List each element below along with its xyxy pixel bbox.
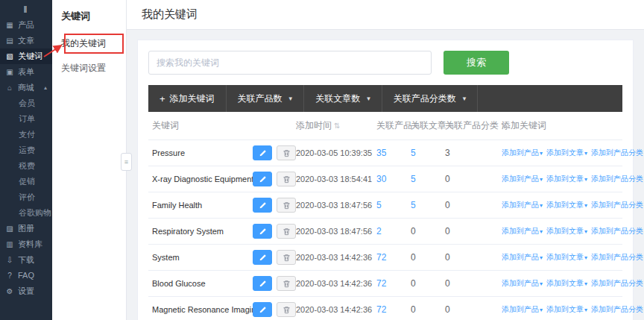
- chevron-down-icon: ▾: [540, 150, 543, 157]
- albums-icon: ▨: [5, 224, 14, 233]
- add-to-product-link[interactable]: 添加到产品▾: [502, 201, 543, 209]
- delete-button[interactable]: [277, 172, 296, 186]
- sidebar-item-albums[interactable]: ▨图册: [0, 221, 52, 236]
- chevron-down-icon: ▾: [540, 254, 543, 261]
- add-keyword-button[interactable]: + 添加关键词: [148, 85, 227, 112]
- sidebar-item-mall[interactable]: ⌂商城▴: [0, 80, 52, 95]
- add-to-category-link[interactable]: 添加到产品分类▾: [591, 227, 644, 235]
- actions-cell: 添加到产品▾添加到文章▾添加到产品分类▾: [498, 297, 622, 320]
- chevron-down-icon: ▾: [584, 176, 587, 183]
- delete-button[interactable]: [277, 198, 296, 213]
- filter-related-categories[interactable]: 关联产品分类数 ▾: [382, 85, 479, 112]
- sidebar-subitem-google-shopping[interactable]: 谷歌购物: [0, 205, 52, 221]
- ops-cell: [249, 297, 292, 320]
- categories-column-header[interactable]: 关联产品分类⇅: [441, 112, 498, 140]
- related-products-count[interactable]: 2: [376, 226, 382, 236]
- add-to-article-link[interactable]: 添加到文章▾: [546, 305, 587, 313]
- sidebar-item-faq[interactable]: ?FAQ: [0, 268, 52, 283]
- edit-button[interactable]: [253, 276, 272, 291]
- actions-cell: 添加到产品▾添加到文章▾添加到产品分类▾: [498, 271, 622, 297]
- articles-column-header[interactable]: 关联文章⇅: [407, 112, 441, 140]
- add-to-article-link[interactable]: 添加到文章▾: [546, 175, 587, 183]
- add-to-category-link[interactable]: 添加到产品分类▾: [591, 175, 644, 183]
- related-products-count[interactable]: 30: [376, 174, 386, 184]
- sidebar-item-articles[interactable]: ▤文章: [0, 33, 52, 48]
- edit-button[interactable]: [253, 172, 272, 186]
- sidebar-subitem-taxes[interactable]: 税费: [0, 158, 52, 174]
- keywords-submenu: 关键词 我的关键词关键词设置 ≡: [52, 0, 127, 320]
- submenu-item-keyword-settings[interactable]: 关键词设置: [52, 56, 126, 81]
- sidebar-item-forms[interactable]: ▣表单: [0, 64, 52, 80]
- sidebar-subitem-members[interactable]: 会员: [0, 95, 52, 111]
- related-articles-count-cell: 0: [407, 271, 441, 297]
- sidebar-item-products[interactable]: ▦产品: [0, 17, 52, 33]
- sidebar-subitem-orders[interactable]: 订单: [0, 111, 52, 127]
- keyword-cell: Respiratory System: [148, 219, 249, 245]
- filter-related-products[interactable]: 关联产品数 ▾: [227, 85, 305, 112]
- related-products-count[interactable]: 72: [376, 278, 386, 289]
- sidebar-item-downloads[interactable]: ⇩下载: [0, 252, 52, 268]
- add-to-category-link[interactable]: 添加到产品分类▾: [591, 148, 644, 157]
- sidebar-item-settings[interactable]: ⚙设置: [0, 283, 52, 299]
- add-to-category-link[interactable]: 添加到产品分类▾: [591, 201, 644, 209]
- related-products-count-cell: 72: [373, 245, 407, 271]
- add-to-product-link[interactable]: 添加到产品▾: [502, 253, 543, 261]
- related-articles-count[interactable]: 5: [411, 174, 416, 184]
- add-to-product-link[interactable]: 添加到产品▾: [502, 305, 543, 313]
- edit-button[interactable]: [253, 198, 272, 213]
- related-articles-count: 0: [411, 278, 416, 289]
- related-products-count[interactable]: 72: [376, 304, 386, 315]
- add-to-category-link[interactable]: 添加到产品分类▾: [591, 305, 644, 313]
- sidebar-item-label: 下载: [18, 255, 34, 265]
- filter-label: 关联产品分类数: [394, 92, 456, 105]
- add-to-product-link[interactable]: 添加到产品▾: [502, 148, 543, 157]
- submenu-item-my-keywords[interactable]: 我的关键词: [52, 31, 126, 56]
- sidebar-collapse-handle[interactable]: ≡: [121, 153, 132, 171]
- sidebar-item-keywords[interactable]: ▧关键词: [0, 48, 52, 64]
- edit-button[interactable]: [253, 145, 272, 160]
- sidebar-subitem-payments[interactable]: 支付: [0, 127, 52, 142]
- edit-button[interactable]: [253, 302, 272, 317]
- related-articles-count[interactable]: 5: [411, 148, 416, 158]
- related-products-count[interactable]: 5: [376, 200, 382, 210]
- edit-button[interactable]: [253, 250, 272, 265]
- time-column-header[interactable]: 添加时间⇅: [292, 112, 373, 140]
- edit-button[interactable]: [253, 224, 272, 239]
- search-button[interactable]: 搜索: [443, 51, 509, 75]
- ops-column-header: [249, 112, 292, 140]
- table-row: Respiratory System2020-03-03 18:47:56200…: [148, 219, 622, 245]
- add-to-product-link[interactable]: 添加到产品▾: [502, 175, 543, 183]
- keyword-cell: System: [148, 245, 249, 271]
- ops-cell: [249, 192, 292, 219]
- add-to-article-link[interactable]: 添加到文章▾: [546, 253, 587, 261]
- search-input[interactable]: [148, 51, 432, 75]
- delete-button[interactable]: [277, 302, 296, 317]
- delete-button[interactable]: [277, 145, 296, 160]
- delete-button[interactable]: [277, 224, 296, 239]
- keyword-cell: Magnetic Resonance Imaging: [148, 297, 249, 320]
- delete-button[interactable]: [277, 250, 296, 265]
- sort-icon[interactable]: ⇅: [334, 122, 340, 130]
- sidebar-subitem-reviews[interactable]: 评价: [0, 189, 52, 205]
- delete-button[interactable]: [277, 276, 296, 291]
- related-articles-count[interactable]: 5: [411, 200, 416, 210]
- sidebar-item-library[interactable]: ▥资料库: [0, 236, 52, 252]
- add-to-article-link[interactable]: 添加到文章▾: [546, 201, 587, 209]
- table-row: Pressure2020-03-05 10:39:353553添加到产品▾添加到…: [148, 140, 622, 166]
- add-to-category-link[interactable]: 添加到产品分类▾: [591, 279, 644, 287]
- related-products-count[interactable]: 35: [376, 148, 386, 158]
- added-time-cell: 2020-03-03 18:47:56: [292, 192, 373, 219]
- ops-cell: [249, 140, 292, 166]
- add-to-article-link[interactable]: 添加到文章▾: [546, 227, 587, 235]
- related-articles-count: 0: [411, 226, 416, 236]
- filter-related-articles[interactable]: 关联文章数 ▾: [304, 85, 382, 112]
- add-to-article-link[interactable]: 添加到文章▾: [546, 148, 587, 157]
- add-to-category-link[interactable]: 添加到产品分类▾: [591, 253, 644, 261]
- add-to-product-link[interactable]: 添加到产品▾: [502, 279, 543, 287]
- sidebar-subitem-shipping[interactable]: 运费: [0, 142, 52, 158]
- add-to-article-link[interactable]: 添加到文章▾: [546, 279, 587, 287]
- products-column-header[interactable]: 关联产品⇅: [373, 112, 407, 140]
- sidebar-subitem-promotions[interactable]: 促销: [0, 174, 52, 189]
- related-products-count[interactable]: 72: [376, 252, 386, 263]
- add-to-product-link[interactable]: 添加到产品▾: [502, 227, 543, 235]
